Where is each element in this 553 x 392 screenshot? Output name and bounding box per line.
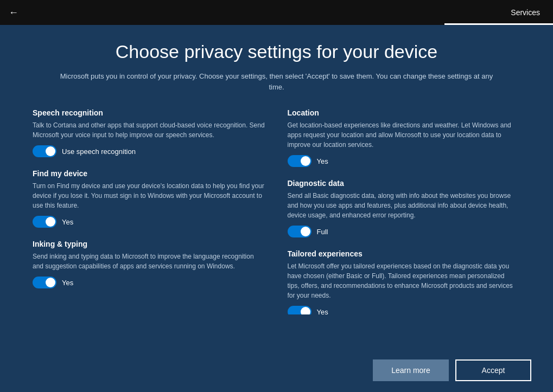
bottom-bar: Learn more Accept <box>0 349 553 392</box>
services-label: Services <box>511 8 540 17</box>
tailored-experiences-description: Let Microsoft offer you tailored experie… <box>288 261 517 300</box>
tailored-experiences-toggle-row: Yes <box>288 306 517 314</box>
speech-recognition-toggle[interactable] <box>33 145 56 157</box>
find-my-device-toggle-label: Yes <box>62 218 73 226</box>
speech-recognition-section: Speech recognition Talk to Cortana and o… <box>33 108 266 157</box>
find-my-device-section: Find my device Turn on Find my device an… <box>33 169 266 228</box>
location-toggle-label: Yes <box>317 157 328 165</box>
diagnostic-data-toggle-label: Full <box>317 228 328 236</box>
inking-typing-toggle-label: Yes <box>62 279 73 287</box>
back-arrow-icon: ← <box>9 7 18 18</box>
inking-typing-toggle[interactable] <box>33 277 56 288</box>
location-description: Get location-based experiences like dire… <box>288 120 517 150</box>
diagnostic-data-toggle-row: Full <box>288 226 517 237</box>
tailored-experiences-section: Tailored experiences Let Microsoft offer… <box>288 249 517 314</box>
diagnostic-data-title: Diagnostic data <box>288 179 517 188</box>
tailored-experiences-toggle-label: Yes <box>317 308 328 315</box>
diagnostic-data-section: Diagnostic data Send all Basic diagnosti… <box>288 179 517 237</box>
location-toggle[interactable] <box>288 155 312 167</box>
speech-recognition-toggle-row: Use speech recognition <box>33 145 266 157</box>
inking-typing-section: Inking & typing Send inking and typing d… <box>33 240 266 288</box>
diagnostic-data-description: Send all Basic diagnostic data, along wi… <box>288 191 517 220</box>
right-column[interactable]: Location Get location-based experiences … <box>288 108 521 314</box>
location-title: Location <box>288 108 517 117</box>
find-my-device-toggle-row: Yes <box>33 216 266 228</box>
page-subtitle: Microsoft puts you in control of your pr… <box>54 71 499 92</box>
tailored-experiences-toggle[interactable] <box>288 306 312 314</box>
left-column: Speech recognition Talk to Cortana and o… <box>33 108 266 314</box>
inking-typing-description: Send inking and typing data to Microsoft… <box>33 252 266 271</box>
find-my-device-description: Turn on Find my device and use your devi… <box>33 181 266 210</box>
find-my-device-title: Find my device <box>33 169 266 178</box>
inking-typing-toggle-row: Yes <box>33 277 266 288</box>
speech-recognition-description: Talk to Cortana and other apps that supp… <box>33 120 266 140</box>
main-content: Choose privacy settings for your device … <box>0 25 553 349</box>
top-bar: ← Services <box>0 0 553 25</box>
progress-bar-fill <box>444 23 553 25</box>
accept-button[interactable]: Accept <box>455 359 531 381</box>
location-section: Location Get location-based experiences … <box>288 108 517 167</box>
settings-grid: Speech recognition Talk to Cortana and o… <box>33 108 520 314</box>
find-my-device-toggle[interactable] <box>33 216 56 228</box>
page-title: Choose privacy settings for your device <box>33 41 520 62</box>
speech-recognition-title: Speech recognition <box>33 108 266 117</box>
back-button[interactable]: ← <box>9 7 18 18</box>
progress-bar <box>444 23 553 25</box>
diagnostic-data-toggle[interactable] <box>288 226 312 237</box>
inking-typing-title: Inking & typing <box>33 240 266 248</box>
learn-more-button[interactable]: Learn more <box>373 359 449 381</box>
tailored-experiences-title: Tailored experiences <box>288 249 517 258</box>
location-toggle-row: Yes <box>288 155 517 167</box>
speech-recognition-toggle-label: Use speech recognition <box>62 147 136 156</box>
